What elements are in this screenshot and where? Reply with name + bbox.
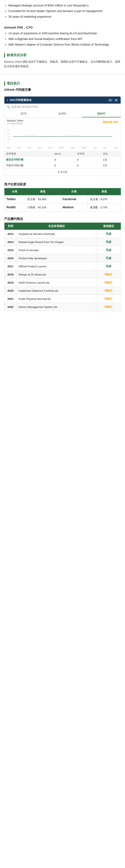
- search-icon: 🔍: [7, 105, 10, 108]
- roadmap-desc-8: Scale Physical Security.etc: [17, 295, 96, 303]
- chart-area: 1 0.6 0.2 -0.2 -0.6 -1: [4, 126, 121, 147]
- roadmap-status-8: 待验证: [96, 295, 121, 303]
- back-icon[interactable]: ‹: [7, 98, 8, 102]
- roadmap-year-4: 2017: [4, 262, 17, 271]
- date-label-2: 10/3: [27, 147, 31, 149]
- community-table: 分类 表现 分类 表现 Twitter 关注者：63,800 Facebook …: [4, 188, 121, 212]
- roadmap-year-0: 2013: [4, 230, 17, 238]
- snc-row-1: 可执行代码行数 0 0 172: [4, 163, 121, 168]
- tab-30days[interactable]: 近30天: [43, 111, 82, 117]
- tab-7days[interactable]: 近7天: [4, 111, 43, 117]
- snc-risk-value: 待评: [113, 121, 118, 124]
- svg-text:0.6: 0.6: [7, 130, 9, 132]
- roadmap-row-7: 2020 Implement Deterrent Controls.etc 待验…: [4, 287, 121, 295]
- svg-text:0.2: 0.2: [7, 133, 9, 134]
- community-stat-twitter: 关注者：63,800: [25, 195, 60, 204]
- date-label-7: 10/28: [82, 147, 86, 149]
- community-row-0: Twitter 关注者：63,800 Facebook 关注者：9,370: [4, 195, 121, 204]
- snc-project-info: Nucleus Vision (分位统合到前数): [7, 119, 23, 125]
- team-member2-section: Avinash Pitti，CTO 14 years of experience…: [0, 26, 125, 52]
- roadmap-year-9: 2022: [4, 303, 17, 311]
- community-row-1: Reddit 订阅者：60,100 Medium 成员数：5,700: [4, 204, 121, 212]
- date-label-10: 11/12: [113, 147, 118, 149]
- roadmap-desc-9: Device Management System.etc: [17, 303, 96, 311]
- snc-search[interactable]: 🔍 搜索项目名称或币种名: [4, 103, 121, 111]
- github-section: ‹ SNC代码更新排名 ••• ⊙ 🔍 搜索项目名称或币种名 近7天 近30天 …: [0, 94, 125, 176]
- snc-widget: ‹ SNC代码更新排名 ••• ⊙ 🔍 搜索项目名称或币种名 近7天 近30天 …: [4, 96, 121, 176]
- member1-bullet-2: Consulted for fin-tech leader Oportun an…: [8, 9, 121, 13]
- consensus-text: Nucleus Vision 团队信息不可被验证。风险高。因团队信息不可被验证，…: [4, 60, 121, 69]
- roadmap-th-2: 落地情况: [96, 223, 121, 230]
- community-th-0: 分类: [4, 188, 25, 195]
- member2-bullet-1: 14 years of experience in SAP,machine le…: [8, 31, 121, 36]
- roadmap-desc-7: Implement Deterrent Controls.etc: [17, 287, 96, 295]
- roadmap-th-0: 时间: [4, 223, 17, 230]
- snc-project-sub: (分位统合到前数): [7, 122, 23, 125]
- roadmap-row-9: 2022 Device Management System.etc 待验证: [4, 303, 121, 311]
- snc-row1-col1: 0: [53, 163, 75, 168]
- snc-row0-col1: 0: [53, 157, 75, 163]
- member2-bullet-2: With a BigData and Social Analytics cert…: [8, 37, 121, 41]
- community-th-3: 表现: [88, 188, 121, 195]
- snc-risk: 风险评级 待评: [102, 121, 118, 124]
- member1-bullet-3: 30 years of marketing experience: [8, 14, 121, 19]
- roadmap-year-2: 2015: [4, 246, 17, 254]
- svg-text:-0.2: -0.2: [7, 136, 10, 138]
- snc-row0-label: 提交总代码行数: [4, 157, 53, 163]
- date-label-5: 10/18: [59, 147, 64, 149]
- snc-faq[interactable]: 常见问题: [4, 168, 121, 176]
- snc-tabs: 近7天 近30天 近90天: [4, 111, 121, 118]
- project-execution-section: 项目执行 GitHub 代码提交量: [0, 76, 125, 94]
- snc-project-row: Nucleus Vision (分位统合到前数) 风险评级 待评: [4, 118, 121, 126]
- member2-bullets: 14 years of experience in SAP,machine le…: [4, 31, 121, 47]
- roadmap-row-6: 2019 North America Launch.etc 待验证: [4, 279, 121, 287]
- snc-row1-col2: 0: [75, 163, 101, 168]
- community-section: 用户社群活跃度 分类 表现 分类 表现 Twitter 关注者：63,800 F…: [0, 179, 125, 214]
- date-label-4: 10/13: [48, 147, 53, 149]
- community-heading: 用户社群活跃度: [4, 183, 121, 186]
- roadmap-desc-3: Product fully developed: [17, 254, 96, 262]
- consensus-section: 标准共识分析 Nucleus Vision 团队信息不可被验证。风险高。因团队信…: [0, 53, 125, 72]
- settings-icon[interactable]: ⊙: [114, 99, 118, 102]
- roadmap-status-5: 待验证: [96, 271, 121, 279]
- snc-header-icons: ••• ⊙: [108, 99, 118, 102]
- roadmap-status-2: 完成: [96, 246, 121, 254]
- roadmap-desc-5: Deloye at 25 stores.etc: [17, 271, 96, 279]
- search-placeholder: 搜索项目名称或币种名: [11, 105, 39, 109]
- community-th-2: 分类: [60, 188, 88, 195]
- svg-text:-0.6: -0.6: [7, 139, 10, 141]
- roadmap-status-3: 完成: [96, 254, 121, 262]
- roadmap-row-4: 2017 Official Product Launch 完成: [4, 262, 121, 271]
- chart-date-labels: 9/23 9/28 10/3 10/8 10/13 10/18 10/23 10…: [4, 147, 121, 149]
- chart-svg: 1 0.6 0.2 -0.2 -0.6 -1: [7, 126, 118, 145]
- community-stat-medium: 成员数：5,700: [88, 204, 121, 212]
- community-platform-facebook: Facebook: [60, 195, 88, 204]
- community-platform-reddit: Reddit: [4, 204, 25, 212]
- roadmap-year-1: 2014: [4, 238, 17, 246]
- roadmap-status-7: 待验证: [96, 287, 121, 295]
- snc-project-name: Nucleus Vision: [7, 119, 23, 122]
- roadmap-desc-1: Raised Angel Round from Tim Draper: [17, 238, 96, 246]
- date-label-9: 11/7: [103, 147, 107, 149]
- roadmap-row-1: 2014 Raised Angel Round from Tim Draper …: [4, 238, 121, 246]
- snc-th-1: 08-01: [53, 151, 75, 157]
- roadmap-desc-0: Incepted at Harvard University: [17, 230, 96, 238]
- roadmap-year-6: 2019: [4, 279, 17, 287]
- roadmap-section: 产品履约情况 时间 生态体系规划 落地情况 2013 Incepted at H…: [0, 214, 125, 315]
- roadmap-status-0: 完成: [96, 230, 121, 238]
- consensus-heading: 标准共识分析: [4, 53, 121, 57]
- snc-row1-rank: 172: [101, 163, 121, 168]
- github-heading: GitHub 代码提交量: [4, 88, 121, 92]
- community-platform-twitter: Twitter: [4, 195, 25, 204]
- roadmap-year-5: 2018: [4, 271, 17, 279]
- snc-title: SNC代码更新排名: [9, 98, 31, 102]
- more-icon[interactable]: •••: [108, 99, 112, 102]
- member1-bullets: Managed strategic account of $300 millio…: [4, 3, 121, 19]
- roadmap-row-8: 2021 Scale Physical Security.etc 待验证: [4, 295, 121, 303]
- snc-table: 排序维度 08-01 近90天 排名 提交总代码行数 0 0 172 可执行代码…: [4, 151, 121, 168]
- team-member1-section: Managed strategic account of $300 millio…: [0, 0, 125, 24]
- tab-90days[interactable]: 近90天: [82, 111, 121, 117]
- community-platform-medium: Medium: [60, 204, 88, 212]
- date-label-3: 10/8: [38, 147, 41, 149]
- roadmap-status-9: 待验证: [96, 303, 121, 311]
